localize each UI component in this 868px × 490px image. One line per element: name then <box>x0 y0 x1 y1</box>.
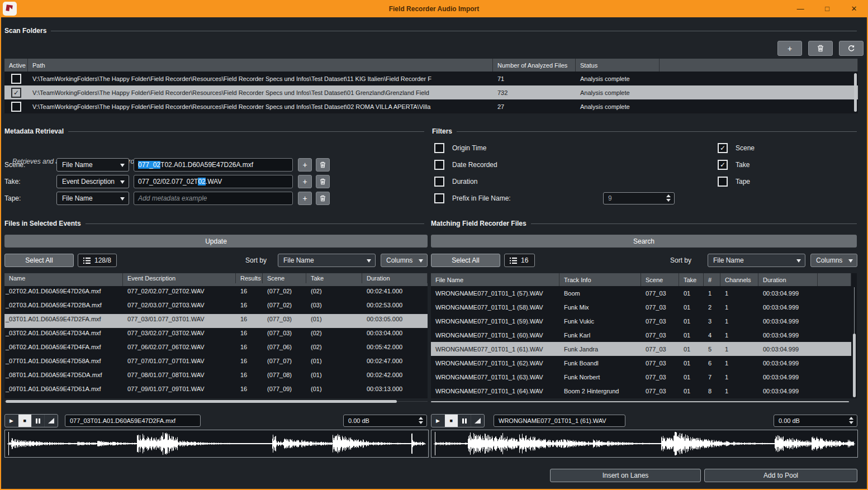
tape-add-button[interactable]: + <box>298 192 312 205</box>
recorder-select-all-button[interactable]: Select All <box>431 254 500 267</box>
recorder-columns-dropdown[interactable]: Columns <box>810 254 857 267</box>
insert-on-lanes-button[interactable]: Insert on Lanes <box>550 469 701 482</box>
filter-date-recorded[interactable]: Date Recorded <box>434 160 497 170</box>
remove-folder-button[interactable] <box>808 41 833 56</box>
tape-source-dropdown[interactable]: File Name <box>56 192 129 205</box>
table-row[interactable]: _07T01.A01.D60A59E47D58A.mxf077_07/01.07… <box>4 356 428 370</box>
scene-checkbox[interactable] <box>718 143 728 153</box>
column-header[interactable]: Duration <box>758 273 818 286</box>
table-row[interactable]: V:\TeamWorkingFolders\The Happy Folder\F… <box>4 85 858 99</box>
table-row[interactable]: _09T01.A01.D60A59E47D61A.mxf077_09/01.07… <box>4 384 428 398</box>
filter-prefix[interactable]: Prefix in File Name: <box>434 193 511 203</box>
table-row[interactable]: _03T02.A01.D60A59E47D34A.mxf077_03/02.07… <box>4 328 428 342</box>
table-row[interactable]: WRONGNAME077_01T01_1 (59).WAVFunk Vukic0… <box>431 314 851 328</box>
scene-example-input[interactable]: 077_02T02.A01.D60A59E47D26A.mxf <box>134 158 293 172</box>
take-delete-button[interactable] <box>316 175 330 188</box>
column-header-active[interactable]: Active <box>4 59 28 72</box>
column-header-path[interactable]: Path <box>28 59 493 72</box>
recorder-player-file[interactable]: WRONGNAME077_01T01_1 (61).WAV <box>494 415 625 427</box>
column-header[interactable]: Take <box>679 273 704 286</box>
take-example-input[interactable]: 077_02/02.077_02T02.WAV <box>134 175 293 188</box>
filter-tape[interactable]: Tape <box>718 177 750 187</box>
rescan-button[interactable] <box>839 41 864 56</box>
column-header-count[interactable]: Number of Analyzed Files <box>493 59 576 72</box>
recorder-waveform[interactable] <box>431 430 858 458</box>
stop-button[interactable]: ■ <box>18 415 32 427</box>
events-level-spinner[interactable]: 0.00 dB <box>343 415 427 427</box>
take-source-dropdown[interactable]: Event Description <box>56 175 129 188</box>
recorder-sort-dropdown[interactable]: File Name <box>708 254 805 267</box>
recorder-level-spinner[interactable]: 0.00 dB <box>774 415 857 427</box>
spinner-arrows-icon[interactable] <box>419 417 423 424</box>
prefix-checkbox[interactable] <box>434 193 444 203</box>
table-row[interactable]: WRONGNAME077_01T01_1 (62).WAVFunk Boandl… <box>431 356 851 370</box>
maximize-button[interactable]: □ <box>818 2 837 16</box>
table-row[interactable]: WRONGNAME077_01T01_1 (61).WAVFunk Jandra… <box>431 342 851 356</box>
tape-checkbox[interactable] <box>718 177 728 187</box>
update-button[interactable]: Update <box>4 235 428 248</box>
column-header[interactable]: File Name <box>431 273 559 286</box>
tape-delete-button[interactable] <box>316 192 330 205</box>
scene-add-button[interactable]: + <box>298 158 312 172</box>
table-row[interactable]: WRONGNAME077_01T01_1 (60).WAVFunk Karl07… <box>431 328 851 342</box>
filter-duration[interactable]: Duration <box>434 177 477 187</box>
filter-scene[interactable]: Scene <box>718 143 755 153</box>
stop-button[interactable]: ■ <box>445 415 458 427</box>
scene-delete-button[interactable] <box>316 158 330 172</box>
close-button[interactable]: ✕ <box>845 2 864 16</box>
table-row[interactable]: WRONGNAME077_01T01_1 (63).WAVFunk Norber… <box>431 370 851 384</box>
events-select-all-button[interactable]: Select All <box>4 254 74 267</box>
table-row[interactable]: V:\TeamWorkingFolders\The Happy Folder\F… <box>4 99 858 113</box>
prefix-length-spinner[interactable]: 9 <box>603 192 675 204</box>
table-row[interactable]: WRONGNAME077_01T01_1 (64).WAVBoom 2 Hint… <box>431 384 851 398</box>
recorder-horizontal-scrollbar[interactable] <box>431 401 849 402</box>
active-checkbox[interactable] <box>11 74 21 84</box>
column-header[interactable]: Duration <box>362 273 428 283</box>
origin-time-checkbox[interactable] <box>434 143 444 153</box>
pause-button[interactable] <box>32 415 45 427</box>
spinner-arrows-icon[interactable] <box>666 194 671 202</box>
audition-volume-button[interactable] <box>471 415 484 427</box>
minimize-button[interactable]: — <box>791 2 810 16</box>
active-checkbox[interactable] <box>11 102 21 112</box>
scan-table-vertical-scrollbar[interactable] <box>854 73 857 112</box>
column-header[interactable]: Track Info <box>559 273 641 286</box>
table-row[interactable]: _02T03.A01.D60A59E47D2BA.mxf077_02/03.07… <box>4 300 428 314</box>
events-player-file[interactable]: 077_03T01.A01.D60A59E47D2FA.mxf <box>65 415 201 427</box>
column-header[interactable]: Channels <box>720 273 758 286</box>
play-button[interactable]: ▶ <box>431 415 445 427</box>
take-add-button[interactable]: + <box>298 175 312 188</box>
recorder-vertical-scrollbar[interactable] <box>853 334 856 397</box>
table-row[interactable]: _08T01.A01.D60A59E47D5DA.mxf077_08/01.07… <box>4 370 428 384</box>
table-row[interactable]: _03T01.A01.D60A59E47D2FA.mxf077_03/01.07… <box>4 314 428 328</box>
events-horizontal-scrollbar[interactable] <box>6 400 397 403</box>
take-checkbox[interactable] <box>718 160 728 170</box>
column-header-status[interactable]: Status <box>576 59 660 72</box>
audition-volume-button[interactable] <box>45 415 58 427</box>
column-header[interactable]: # <box>704 273 720 286</box>
spinner-arrows-icon[interactable] <box>849 417 853 424</box>
scene-source-dropdown[interactable]: File Name <box>56 158 129 172</box>
events-waveform[interactable] <box>4 430 429 458</box>
column-header[interactable]: Results <box>236 273 263 283</box>
column-header[interactable]: Scene <box>263 273 306 283</box>
add-folder-button[interactable]: + <box>777 41 802 56</box>
column-header[interactable]: Name <box>4 273 123 283</box>
column-header[interactable]: Event Description <box>123 273 236 283</box>
active-checkbox[interactable] <box>11 88 21 98</box>
table-row[interactable]: WRONGNAME077_01T01_1 (57).WAVBoom077_030… <box>431 286 851 300</box>
filter-origin-time[interactable]: Origin Time <box>434 143 486 153</box>
column-header[interactable]: Take <box>306 273 362 283</box>
add-to-pool-button[interactable]: Add to Pool <box>704 469 857 482</box>
table-row[interactable]: _02T02.A01.D60A59E47D26A.mxf077_02/02.07… <box>4 286 428 300</box>
table-row[interactable]: _06T02.A01.D60A59E47D4FA.mxf077_06/02.07… <box>4 342 428 356</box>
search-button[interactable]: Search <box>431 235 857 248</box>
table-row[interactable]: V:\TeamWorkingFolders\The Happy Folder\F… <box>4 72 858 85</box>
play-button[interactable]: ▶ <box>5 415 18 427</box>
column-header[interactable]: Scene <box>641 273 679 286</box>
tape-example-input[interactable]: Add metadata example <box>134 192 293 205</box>
events-sort-dropdown[interactable]: File Name <box>278 254 376 267</box>
filter-take[interactable]: Take <box>718 160 750 170</box>
pause-button[interactable] <box>458 415 472 427</box>
table-row[interactable]: WRONGNAME077_01T01_1 (58).WAVFunk Mix077… <box>431 300 851 314</box>
